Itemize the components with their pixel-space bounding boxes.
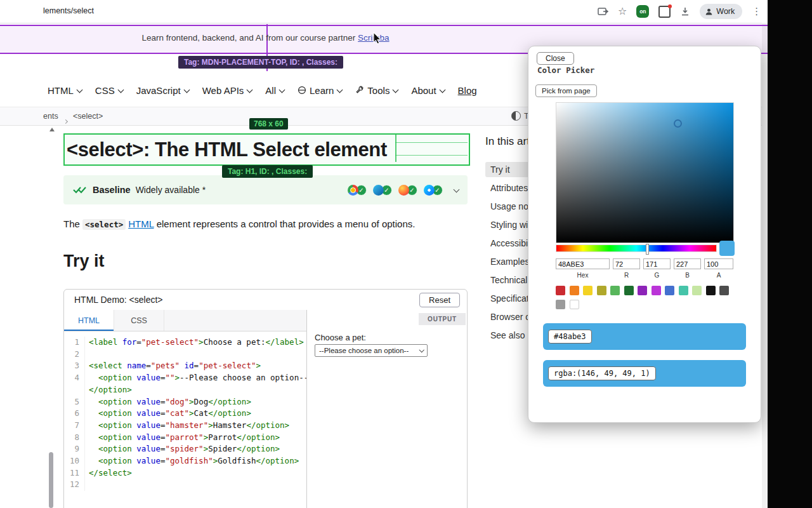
page-title: <select>: The HTML Select element bbox=[65, 138, 387, 161]
inspector-content-edge bbox=[395, 142, 468, 143]
nav-item-javascript[interactable]: JavaScript bbox=[136, 85, 189, 96]
extension-on-icon[interactable]: on bbox=[636, 5, 649, 18]
line-number: 12 bbox=[64, 479, 85, 491]
nav-item-all[interactable]: All bbox=[265, 85, 284, 96]
color-swatch[interactable] bbox=[610, 286, 620, 295]
nav-item-css[interactable]: CSS bbox=[95, 85, 123, 96]
color-swatch[interactable] bbox=[692, 286, 702, 295]
code-line[interactable]: 12 bbox=[64, 479, 306, 491]
inline-code-select: <select> bbox=[82, 219, 126, 230]
send-to-device-icon[interactable] bbox=[598, 7, 608, 17]
extension-icon[interactable] bbox=[658, 6, 671, 18]
nav-item-about[interactable]: About bbox=[411, 85, 444, 96]
color-swatch[interactable] bbox=[719, 286, 729, 295]
interactive-demo: HTML Demo: <select> Reset HTML CSS 1<lab… bbox=[63, 289, 468, 508]
inspector-content-edge bbox=[395, 135, 396, 162]
demo-output-panel: OUTPUT Choose a pet: --Please choose an … bbox=[306, 310, 467, 508]
safari-icon bbox=[424, 185, 435, 196]
color-swatch[interactable] bbox=[556, 300, 565, 309]
intro-text: The bbox=[63, 218, 82, 229]
code-line[interactable]: 6 <option value="cat">Cat</option> bbox=[64, 408, 306, 420]
code-line[interactable]: 1<label for="pet-select">Choose a pet:</… bbox=[64, 337, 306, 349]
html-link[interactable]: HTML bbox=[128, 218, 154, 229]
line-number: 9 bbox=[64, 443, 85, 455]
color-swatch[interactable] bbox=[556, 286, 565, 295]
pet-select-dropdown[interactable]: --Please choose an option-- bbox=[315, 344, 428, 357]
hue-slider[interactable] bbox=[556, 244, 717, 252]
green-input[interactable] bbox=[643, 258, 671, 269]
line-number: 4 bbox=[64, 372, 85, 384]
edge-support: ✓ bbox=[373, 185, 392, 196]
line-number: 2 bbox=[64, 349, 85, 361]
code-line[interactable]: 8 <option value="parrot">Parrot</option> bbox=[64, 432, 306, 444]
code-line[interactable]: 11</select> bbox=[64, 467, 306, 479]
color-swatch[interactable] bbox=[652, 286, 661, 295]
code-line[interactable]: 4 <option value="">--Please choose an op… bbox=[64, 372, 306, 384]
saturation-marker[interactable] bbox=[674, 119, 682, 128]
address-bar-url[interactable]: lements/select bbox=[43, 6, 94, 15]
browser-profile-chip[interactable]: Work bbox=[700, 4, 742, 19]
result-rgba-value[interactable]: rgba:(146, 49, 49, 1) bbox=[548, 366, 656, 380]
nav-item-html[interactable]: HTML bbox=[48, 85, 82, 96]
bookmark-star-icon[interactable]: ☆ bbox=[618, 6, 627, 17]
color-swatch[interactable] bbox=[624, 286, 634, 295]
baseline-banner[interactable]: Baseline Widely available * ✓ ✓ ✓ ✓ bbox=[63, 175, 468, 204]
result-rgba-bar: rgba:(146, 49, 49, 1) bbox=[543, 360, 746, 387]
color-swatch[interactable] bbox=[583, 286, 593, 295]
result-hex-bar: #48abe3 bbox=[543, 323, 746, 350]
code-editor[interactable]: 1<label for="pet-select">Choose a pet:</… bbox=[64, 331, 306, 508]
code-line[interactable]: 9 <option value="spider">Spider</option> bbox=[64, 443, 306, 455]
right-scrollbar[interactable] bbox=[762, 23, 768, 508]
profile-label: Work bbox=[716, 7, 735, 16]
code-line[interactable]: 5 <option value="dog">Dog</option> bbox=[64, 396, 306, 408]
saturation-area[interactable] bbox=[556, 102, 734, 243]
code-line[interactable]: 7 <option value="hamster">Hamster</optio… bbox=[64, 420, 306, 432]
tab-html[interactable]: HTML bbox=[64, 310, 114, 331]
baseline-browser-support: ✓ ✓ ✓ ✓ bbox=[348, 185, 459, 196]
nav-item-blog[interactable]: Blog bbox=[458, 85, 477, 96]
browser-menu-icon[interactable]: ⋮ bbox=[752, 6, 761, 17]
hex-input[interactable] bbox=[556, 258, 610, 269]
pick-from-page-button[interactable]: Pick from page bbox=[535, 84, 597, 97]
color-swatch[interactable] bbox=[570, 300, 579, 309]
browser-toolbar: lements/select ☆ on Work ⋮ bbox=[0, 0, 768, 23]
alpha-input[interactable] bbox=[704, 258, 733, 269]
nav-item-learn[interactable]: Learn bbox=[298, 85, 342, 96]
download-icon[interactable] bbox=[680, 6, 690, 17]
chevron-down-icon bbox=[393, 86, 399, 93]
blue-input[interactable] bbox=[674, 258, 701, 269]
nav-item-tools[interactable]: Tools bbox=[355, 85, 398, 96]
color-swatch[interactable] bbox=[679, 286, 688, 295]
browser-actions: ☆ on Work ⋮ bbox=[598, 0, 761, 23]
result-hex-value[interactable]: #48abe3 bbox=[548, 330, 592, 344]
code-line[interactable]: 3<select name="pets" id="pet-select"> bbox=[64, 360, 306, 372]
color-swatch[interactable] bbox=[706, 286, 716, 295]
code-line[interactable]: 10 <option value="goldfish">Goldfish</op… bbox=[64, 455, 306, 467]
close-button[interactable]: Close bbox=[537, 52, 574, 65]
nav-item-web-apis[interactable]: Web APIs bbox=[202, 85, 252, 96]
firefox-support: ✓ bbox=[398, 185, 417, 196]
reset-button[interactable]: Reset bbox=[419, 293, 460, 307]
color-swatch[interactable] bbox=[638, 286, 647, 295]
line-number: 3 bbox=[64, 360, 85, 372]
baseline-check-icon bbox=[72, 185, 88, 195]
intro-text: element represents a control that provid… bbox=[154, 218, 416, 229]
chevron-down-icon[interactable] bbox=[454, 186, 460, 192]
breadcrumb-current[interactable]: <select> bbox=[73, 112, 103, 121]
code-line[interactable]: 2 bbox=[64, 349, 306, 361]
scrollbar-up-arrow[interactable] bbox=[49, 128, 55, 131]
red-input[interactable] bbox=[613, 258, 640, 269]
chrome-icon bbox=[348, 185, 358, 196]
breadcrumb-parent[interactable]: ents bbox=[43, 112, 58, 121]
line-number: 11 bbox=[64, 467, 85, 479]
color-swatch[interactable] bbox=[665, 286, 674, 295]
chevron-down-icon bbox=[279, 86, 285, 93]
tab-css[interactable]: CSS bbox=[114, 310, 164, 331]
line-number: 6 bbox=[64, 408, 85, 420]
left-scrollbar-thumb[interactable] bbox=[49, 452, 53, 508]
color-swatch[interactable] bbox=[597, 286, 606, 295]
baseline-status: Widely available * bbox=[136, 185, 206, 195]
code-line[interactable]: </option> bbox=[64, 384, 306, 396]
color-swatch[interactable] bbox=[570, 286, 579, 295]
hue-slider-handle[interactable] bbox=[646, 244, 649, 255]
